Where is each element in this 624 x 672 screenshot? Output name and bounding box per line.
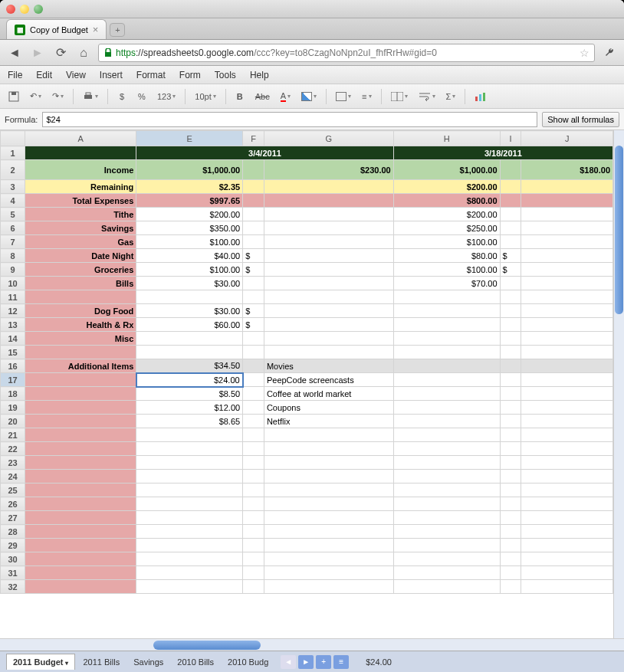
borders-button[interactable]: [332, 88, 355, 105]
menu-view[interactable]: View: [66, 70, 86, 80]
redo-button[interactable]: ↷: [48, 88, 67, 105]
menu-form[interactable]: Form: [179, 70, 201, 80]
cell[interactable]: $2.35: [136, 180, 243, 194]
row-header[interactable]: 20: [1, 415, 25, 428]
row-header[interactable]: 17: [1, 373, 25, 387]
col-header-a[interactable]: A: [25, 131, 136, 146]
text-color-button[interactable]: A: [277, 88, 294, 105]
row-header[interactable]: 13: [1, 318, 25, 332]
row-header[interactable]: 32: [1, 580, 25, 594]
merge-button[interactable]: [387, 88, 412, 105]
back-button[interactable]: ◄: [6, 44, 23, 61]
cell[interactable]: $100.00: [393, 235, 500, 249]
cell[interactable]: $100.00: [136, 263, 243, 277]
row-header[interactable]: 11: [1, 290, 25, 304]
row-header[interactable]: 6: [1, 221, 25, 235]
cell[interactable]: Date Night: [25, 249, 136, 263]
wrap-text-button[interactable]: [415, 88, 439, 105]
menu-file[interactable]: File: [8, 70, 22, 80]
row-header[interactable]: 8: [1, 249, 25, 263]
cell[interactable]: $: [243, 318, 264, 332]
row-header[interactable]: 1: [1, 146, 25, 160]
sheet-tab[interactable]: 2010 Budg: [222, 654, 274, 670]
cell[interactable]: $: [500, 249, 521, 263]
cell[interactable]: Tithe: [25, 208, 136, 221]
formula-button[interactable]: Σ: [442, 88, 460, 105]
col-header-e[interactable]: E: [136, 131, 243, 146]
row-header[interactable]: 3: [1, 180, 25, 194]
cell[interactable]: [25, 387, 136, 401]
font-size-select[interactable]: 10pt: [191, 88, 219, 105]
cell[interactable]: Movies: [264, 359, 393, 373]
cell[interactable]: $: [500, 263, 521, 277]
sheet-tab[interactable]: 2010 Bills: [171, 654, 220, 670]
cell[interactable]: $800.00: [393, 194, 500, 208]
row-header[interactable]: 30: [1, 552, 25, 566]
col-header-g[interactable]: G: [264, 131, 393, 146]
cell[interactable]: $200.00: [393, 208, 500, 221]
chart-button[interactable]: [471, 88, 491, 105]
cell[interactable]: $30.00: [136, 277, 243, 290]
row-header[interactable]: 22: [1, 442, 25, 456]
row-header[interactable]: 21: [1, 428, 25, 442]
star-icon[interactable]: ☆: [580, 47, 590, 59]
cell[interactable]: $30.00: [136, 304, 243, 318]
cell[interactable]: $350.00: [136, 221, 243, 235]
menu-edit[interactable]: Edit: [36, 70, 52, 80]
cell-total-label[interactable]: Total Expenses: [25, 194, 136, 208]
cell[interactable]: $1,000.00: [393, 160, 500, 180]
row-header[interactable]: 19: [1, 401, 25, 415]
menu-tools[interactable]: Tools: [215, 70, 236, 80]
sheet-tab[interactable]: 2011 Bills: [77, 654, 126, 670]
cell[interactable]: Health & Rx: [25, 318, 136, 332]
date-header-2[interactable]: 3/18/2011: [393, 146, 613, 160]
horizontal-scrollbar[interactable]: [0, 638, 624, 651]
cell[interactable]: PeepCode screencasts: [264, 373, 393, 387]
cell[interactable]: $12.00: [136, 401, 243, 415]
cell[interactable]: Groceries: [25, 263, 136, 277]
cell[interactable]: $70.00: [393, 277, 500, 290]
cell[interactable]: Dog Food: [25, 304, 136, 318]
sheet-nav-prev-icon[interactable]: ◄: [281, 655, 296, 669]
row-header[interactable]: 31: [1, 566, 25, 580]
select-all-corner[interactable]: [1, 131, 25, 146]
close-tab-icon[interactable]: ×: [93, 24, 99, 35]
cell[interactable]: $200.00: [136, 208, 243, 221]
cell[interactable]: [25, 373, 136, 387]
row-header[interactable]: 18: [1, 387, 25, 401]
cell[interactable]: $200.00: [393, 180, 500, 194]
strikethrough-button[interactable]: Abc: [251, 88, 274, 105]
menu-format[interactable]: Format: [136, 70, 166, 80]
row-header[interactable]: 10: [1, 277, 25, 290]
cell[interactable]: [25, 415, 136, 428]
spreadsheet-grid[interactable]: A E F G H I J 1 3/4/2011 3/18/2011 2 Inc…: [0, 130, 613, 594]
cell[interactable]: Bills: [25, 277, 136, 290]
scroll-thumb[interactable]: [615, 146, 623, 314]
row-header[interactable]: 16: [1, 359, 25, 373]
row-header[interactable]: 28: [1, 525, 25, 539]
formula-input[interactable]: [42, 112, 537, 127]
cell[interactable]: $250.00: [393, 221, 500, 235]
cell[interactable]: Additional Items: [25, 359, 136, 373]
col-header-f[interactable]: F: [243, 131, 264, 146]
sheet-list-icon[interactable]: ≡: [333, 655, 349, 669]
wrench-menu-button[interactable]: [601, 44, 618, 61]
cell[interactable]: Coupons: [264, 401, 393, 415]
home-button[interactable]: ⌂: [75, 44, 92, 61]
col-header-h[interactable]: H: [393, 131, 500, 146]
cell[interactable]: $8.50: [136, 387, 243, 401]
sheet-nav-next-icon[interactable]: ►: [298, 655, 314, 669]
cell[interactable]: [25, 401, 136, 415]
format-number-button[interactable]: 123: [153, 88, 179, 105]
cell[interactable]: Misc: [25, 332, 136, 346]
vertical-scrollbar[interactable]: [613, 130, 624, 638]
cell[interactable]: [25, 290, 136, 304]
cell[interactable]: $997.65: [136, 194, 243, 208]
cell[interactable]: $34.50: [136, 359, 243, 373]
cell[interactable]: $60.00: [136, 318, 243, 332]
row-header[interactable]: 24: [1, 470, 25, 484]
row-header[interactable]: 2: [1, 160, 25, 180]
cell[interactable]: $100.00: [393, 263, 500, 277]
cell[interactable]: $: [243, 263, 264, 277]
col-header-i[interactable]: I: [500, 131, 521, 146]
